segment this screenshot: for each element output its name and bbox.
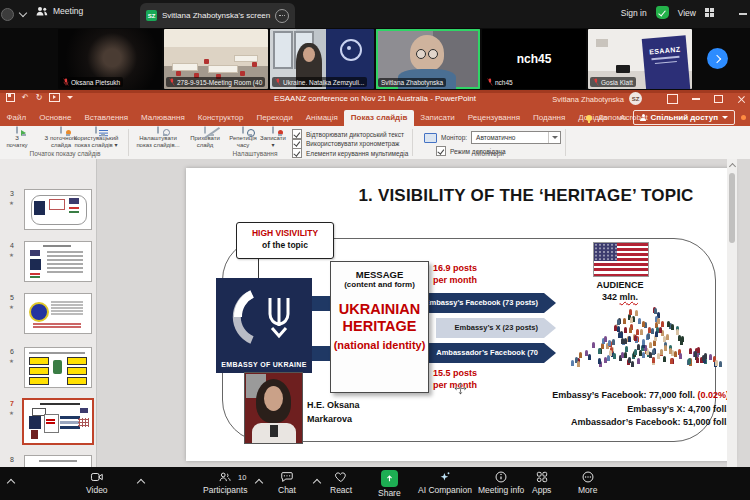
followers-stats[interactable]: Embassy’s Facebook: 77,000 foll. (0.02%)… xyxy=(486,389,729,430)
video-tile-oksana[interactable]: Oksana Pietsukh xyxy=(58,29,162,89)
zoom-meeting-window: Meeting SZ Svitlana Zhabotynska's screen… xyxy=(0,0,750,500)
slide-thumbnail-3[interactable] xyxy=(24,189,92,230)
screen-share-tab[interactable]: SZ Svitlana Zhabotynska's screen xyxy=(140,3,295,28)
mic-options-chevron-icon[interactable] xyxy=(7,479,15,487)
avatar[interactable]: SZ xyxy=(629,92,642,105)
followers-line: Ambassador’s Facebook: 51,000 foll. xyxy=(486,416,729,430)
participants-icon xyxy=(217,470,233,484)
minimize-icon[interactable] xyxy=(739,13,747,15)
tell-me-lightbulb-icon[interactable] xyxy=(586,115,592,121)
from-beginning-button[interactable]: Зпочатку xyxy=(2,127,32,149)
monitor-dropdown[interactable]: Автоматично xyxy=(471,131,561,144)
security-shield-icon[interactable] xyxy=(656,6,669,19)
custom-slideshow-button[interactable]: Користувацькийпоказ слайдів ▾ xyxy=(68,127,124,149)
video-tile-meeting-room[interactable]: 278-9-915-Meeting Room (40 xyxy=(164,29,268,89)
esaanz-banner: ESAANZ xyxy=(642,35,691,89)
us-flag[interactable] xyxy=(593,242,649,277)
window-close-icon[interactable] xyxy=(737,95,746,104)
video-tile-nch45[interactable]: nch45 nch45 xyxy=(482,29,586,89)
video-tile-natalka[interactable]: Ukraine. Natalka Zemzyuli... xyxy=(270,29,374,89)
record-button[interactable]: Записати▾ xyxy=(256,127,290,149)
sign-in-button[interactable]: Sign in xyxy=(621,8,647,18)
slide-thumbnail-pane: 3 ★ 4 ★ 5 ★ xyxy=(0,159,97,467)
zoom-app-icon[interactable] xyxy=(1,8,14,21)
tab-animations[interactable]: Анімація xyxy=(299,110,344,126)
tell-me-label[interactable]: Допомо xyxy=(598,113,627,122)
meeting-label: Meeting xyxy=(53,6,83,16)
ribbon-display-options-icon[interactable] xyxy=(667,94,678,104)
react-button[interactable]: React xyxy=(330,470,352,495)
slide-thumbnail-6[interactable] xyxy=(24,347,92,388)
ai-companion-button[interactable]: AI Companion xyxy=(418,470,472,495)
video-options-chevron-icon[interactable] xyxy=(137,479,145,487)
slide-thumbnail-7-selected[interactable] xyxy=(22,398,94,445)
tab-design[interactable]: Конструктор xyxy=(191,110,250,126)
tab-more-icon[interactable] xyxy=(275,9,289,23)
more-button[interactable]: More xyxy=(578,470,597,495)
embassy-of-ukraine-logo[interactable]: EMBASSY OF UKRAINE xyxy=(216,278,312,373)
arrow-embassy-facebook[interactable]: Embassy’s Facebook (73 posts) xyxy=(422,293,556,313)
video-tile-gosia[interactable]: ESAANZ Gosia Klatt xyxy=(588,29,692,89)
tab-file[interactable]: Файл xyxy=(0,110,33,126)
from-current-icon xyxy=(60,126,62,134)
hide-slide-button[interactable]: Приховатислайд xyxy=(186,127,224,149)
tab-review[interactable]: Рецензування xyxy=(461,110,526,126)
tab-record[interactable]: Записати xyxy=(414,110,462,126)
scroll-up-icon[interactable] xyxy=(728,163,735,170)
message-box[interactable]: MESSAGE (content and form) UKRAINIAN HER… xyxy=(330,261,429,393)
window-controls xyxy=(667,94,746,104)
rehearse-timings-button[interactable]: Репетиціячасу xyxy=(226,127,260,149)
slide-thumbnail-4[interactable] xyxy=(24,241,92,282)
video-gallery-strip: Oksana Pietsukh 278-9-915-Meeting Room (… xyxy=(0,28,750,90)
account-name: Svitlana Zhabotynska xyxy=(552,95,624,104)
slide-title[interactable]: 1. VISIBILITY OF THE ‘HERITAGE’ TOPIC xyxy=(326,186,726,206)
video-button[interactable]: Video xyxy=(86,470,108,495)
share-document-button[interactable]: Спільний доступ xyxy=(633,110,735,125)
meeting-info-button[interactable]: Meeting info xyxy=(478,470,524,495)
next-videos-button[interactable] xyxy=(707,48,728,69)
slide-thumbnail-5[interactable] xyxy=(24,293,92,334)
tab-view[interactable]: Подання xyxy=(526,110,571,126)
posts-per-month-top[interactable]: 16.9 posts per month xyxy=(433,263,477,286)
move-cursor-icon xyxy=(454,382,467,395)
tab-transitions[interactable]: Переходи xyxy=(250,110,299,126)
view-button[interactable]: View xyxy=(678,8,696,18)
high-visibility-callout[interactable]: HIGH VISIVILITY of the topic xyxy=(236,222,334,259)
view-grid-icon[interactable] xyxy=(705,8,714,17)
window-restore-icon[interactable] xyxy=(714,95,723,103)
window-minimize-icon[interactable] xyxy=(692,98,700,99)
tab-slideshow-active[interactable]: Показ слайдів xyxy=(344,110,414,126)
share-screen-button[interactable]: Share xyxy=(378,470,401,498)
audience-crowd-image[interactable] xyxy=(564,299,724,369)
vertical-scrollbar[interactable] xyxy=(727,159,737,467)
info-icon xyxy=(493,470,509,484)
account-area[interactable]: Svitlana Zhabotynska SZ xyxy=(552,94,642,105)
tab-draw[interactable]: Малювання xyxy=(135,110,192,126)
ambassador-photo[interactable] xyxy=(244,372,303,444)
apps-button[interactable]: Apps xyxy=(532,470,551,495)
tab-home[interactable]: Основне xyxy=(33,110,78,126)
checkbox-play-narrations[interactable]: Відтворювати дикторський текст xyxy=(292,129,404,139)
slide-7-editing-surface[interactable]: 1. VISIBILITY OF THE ‘HERITAGE’ TOPIC HI… xyxy=(186,168,735,461)
monitor-selector-row: Монітор: Автоматично xyxy=(424,131,561,144)
arrow-embassy-x[interactable]: Embassy’s X (23 posts) xyxy=(436,318,556,338)
arrow-ambassador-facebook[interactable]: Ambassador’s Facebook (70 posts) xyxy=(422,343,556,363)
presence-dot xyxy=(741,115,746,120)
record-icon xyxy=(272,126,274,134)
chat-options-chevron-icon[interactable] xyxy=(313,479,321,487)
rehearse-icon xyxy=(242,126,244,134)
chat-button[interactable]: Chat xyxy=(278,470,296,495)
followers-line: Embassy’s Facebook: 77,000 foll. (0.02%) xyxy=(486,389,729,403)
video-tile-svitlana-active-speaker[interactable]: Svitlana Zhabotynska xyxy=(376,29,480,89)
ambassador-name[interactable]: H.E. Oksana Markarova xyxy=(307,399,360,427)
participants-options-chevron-icon[interactable] xyxy=(255,479,263,487)
meeting-menu[interactable]: Meeting xyxy=(36,6,83,16)
tab-insert[interactable]: Вставлення xyxy=(78,110,135,126)
muted-mic-icon xyxy=(593,78,599,86)
scrollbar-thumb[interactable] xyxy=(729,173,735,243)
setup-slideshow-button[interactable]: Налаштуватипоказ слайдів... xyxy=(132,127,184,149)
checkbox-use-timings[interactable]: Використовувати хронометраж xyxy=(292,139,399,149)
slide-number: 3 xyxy=(10,190,14,197)
connector-stub xyxy=(310,346,332,361)
chevron-down-icon[interactable] xyxy=(19,9,27,17)
